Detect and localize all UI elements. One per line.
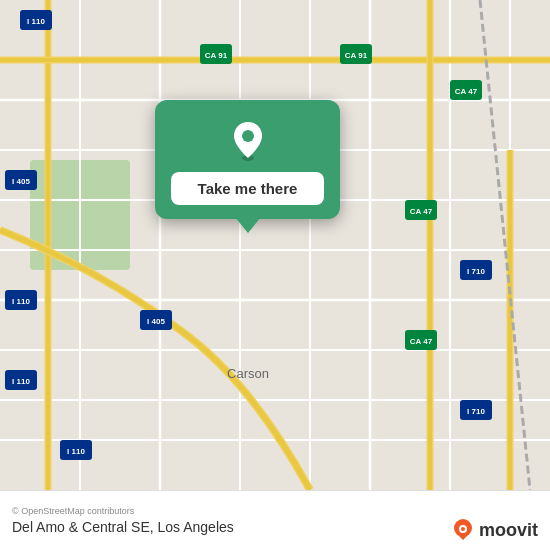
svg-text:I 110: I 110	[27, 17, 45, 26]
map-attribution: © OpenStreetMap contributors	[12, 506, 538, 516]
svg-point-53	[242, 130, 254, 142]
svg-text:CA 47: CA 47	[455, 87, 478, 96]
svg-text:I 405: I 405	[12, 177, 30, 186]
svg-text:I 110: I 110	[12, 377, 30, 386]
bottom-bar: © OpenStreetMap contributors Del Amo & C…	[0, 490, 550, 550]
svg-text:I 710: I 710	[467, 267, 485, 276]
moovit-icon	[451, 518, 475, 542]
svg-text:I 110: I 110	[12, 297, 30, 306]
svg-text:I 710: I 710	[467, 407, 485, 416]
svg-text:CA 91: CA 91	[345, 51, 368, 60]
svg-point-56	[461, 527, 465, 531]
svg-text:CA 47: CA 47	[410, 207, 433, 216]
svg-text:CA 91: CA 91	[205, 51, 228, 60]
svg-text:CA 47: CA 47	[410, 337, 433, 346]
popup-card: Take me there	[155, 100, 340, 219]
moovit-logo: moovit	[451, 518, 538, 542]
svg-text:I 110: I 110	[67, 447, 85, 456]
location-name: Del Amo & Central SE, Los Angeles	[12, 519, 234, 535]
svg-text:Carson: Carson	[227, 366, 269, 381]
location-pin-icon	[226, 118, 270, 162]
svg-text:I 405: I 405	[147, 317, 165, 326]
map-container: I 110 I 405 I 110 I 110 I 110 CA 91 CA 9…	[0, 0, 550, 490]
moovit-text: moovit	[479, 520, 538, 541]
take-me-there-button[interactable]: Take me there	[171, 172, 324, 205]
